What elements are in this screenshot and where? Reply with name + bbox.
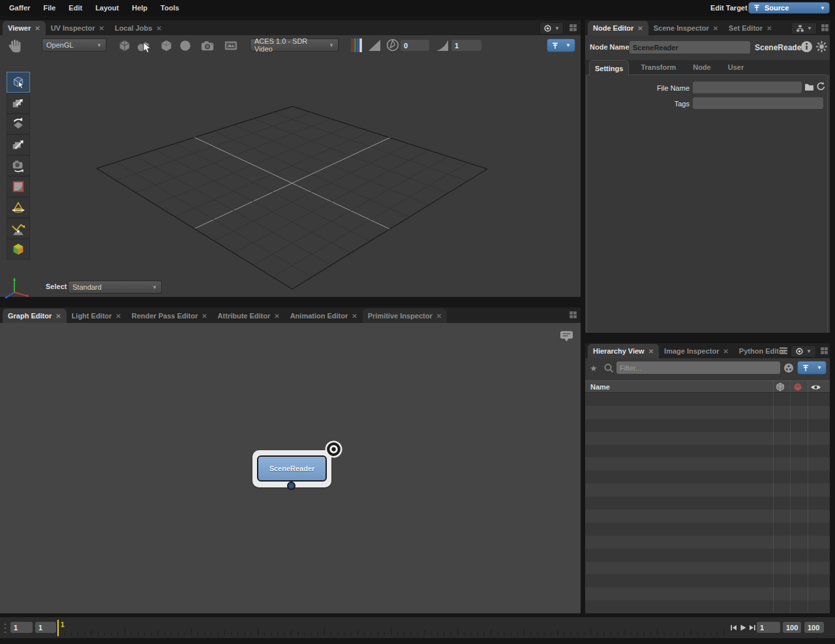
viewer-pin-target-dropdown[interactable]: ▼ xyxy=(539,22,564,35)
go-to-start-icon[interactable] xyxy=(730,624,738,632)
translate-tool-button[interactable] xyxy=(7,93,30,114)
info-icon[interactable] xyxy=(800,40,813,53)
tab-scene-inspector[interactable]: Scene Inspector✕ xyxy=(648,21,723,35)
node-editor-mode-dropdown[interactable]: ▼ xyxy=(791,22,817,35)
light-position-tool-button[interactable] xyxy=(7,218,30,239)
hierarchy-target-dropdown[interactable]: ▼ xyxy=(791,345,816,358)
menu-hamburger-icon[interactable] xyxy=(779,346,788,355)
tab-light-editor[interactable]: Light Editor✕ xyxy=(67,309,127,323)
hierarchy-focus-dropdown[interactable]: ▼ xyxy=(797,361,827,375)
tab-image-inspector[interactable]: Image Inspector✕ xyxy=(659,344,734,358)
menu-edit[interactable]: Edit xyxy=(62,4,89,12)
folder-icon[interactable] xyxy=(804,83,814,91)
gear-icon[interactable] xyxy=(815,40,828,53)
tab-set-editor[interactable]: Set Editor✕ xyxy=(723,21,777,35)
name-column-header[interactable]: Name xyxy=(590,383,610,391)
subtab-settings[interactable]: Settings xyxy=(589,60,629,76)
close-icon[interactable]: ✕ xyxy=(115,313,121,320)
close-icon[interactable]: ✕ xyxy=(202,313,207,320)
select-dropdown[interactable]: Standard ▼ xyxy=(68,281,162,294)
range-end-field[interactable]: 100 xyxy=(804,622,824,633)
camera-icon[interactable] xyxy=(199,37,216,54)
select-tool-button[interactable] xyxy=(7,72,30,93)
tab-viewer[interactable]: Viewer✕ xyxy=(3,21,46,35)
close-icon[interactable]: ✕ xyxy=(274,313,279,320)
layout-grid-icon[interactable] xyxy=(568,23,578,33)
tab-hierarchy-view[interactable]: Hierarchy View✕ xyxy=(588,344,659,358)
tab-primitive-inspector[interactable]: Primitive Inspector✕ xyxy=(363,309,447,323)
sphere-icon[interactable] xyxy=(177,37,194,54)
rotate-tool-button[interactable] xyxy=(7,114,30,134)
exposure-triangle-icon[interactable] xyxy=(368,39,381,52)
viewer-focus-dropdown[interactable]: ▼ xyxy=(547,38,575,52)
visualiser-tool-button[interactable] xyxy=(7,239,30,260)
display-transform-dropdown[interactable]: ACES 1.0 - SDR Video ▼ xyxy=(250,38,339,52)
aperture-icon[interactable] xyxy=(386,38,399,52)
layout-grid-icon[interactable] xyxy=(820,23,830,33)
tab-render-pass-editor[interactable]: Render Pass Editor✕ xyxy=(127,309,213,323)
subtab-user[interactable]: User xyxy=(723,60,749,74)
viewport[interactable] xyxy=(0,55,581,297)
include-cube-icon[interactable] xyxy=(776,382,785,391)
close-icon[interactable]: ✕ xyxy=(156,25,161,32)
close-icon[interactable]: ✕ xyxy=(637,25,643,32)
wireframe-cube-icon[interactable] xyxy=(116,37,133,54)
close-icon[interactable]: ✕ xyxy=(35,25,40,32)
tab-node-editor[interactable]: Node Editor✕ xyxy=(588,21,648,35)
menu-help[interactable]: Help xyxy=(125,4,154,12)
tab-local-jobs[interactable]: Local Jobs✕ xyxy=(110,21,167,35)
solid-cube-icon[interactable] xyxy=(158,37,175,54)
sets-filter-icon[interactable] xyxy=(783,363,794,373)
node-name-field[interactable] xyxy=(630,41,750,54)
gamma-triangle-icon[interactable] xyxy=(436,39,449,52)
subtab-transform[interactable]: Transform xyxy=(635,60,681,74)
visibility-eye-icon[interactable] xyxy=(810,384,821,391)
tab-animation-editor[interactable]: Animation Editor✕ xyxy=(285,309,363,323)
close-icon[interactable]: ✕ xyxy=(55,313,61,320)
star-icon[interactable]: ★ xyxy=(590,363,598,373)
playback-end-field[interactable]: 100 xyxy=(783,622,801,633)
channels-rgb-icon[interactable] xyxy=(350,38,363,53)
pan-hand-icon[interactable] xyxy=(7,37,24,54)
graph-canvas[interactable]: SceneReader xyxy=(0,323,581,613)
exposure-field[interactable]: 0 xyxy=(401,40,429,51)
subtab-node[interactable]: Node xyxy=(688,60,716,74)
frame-ruler[interactable] xyxy=(0,617,731,639)
play-icon[interactable] xyxy=(739,624,747,632)
exclude-cube-icon[interactable] xyxy=(793,382,802,391)
camera-tool-button[interactable] xyxy=(7,155,30,176)
tab-uv-inspector[interactable]: UV Inspector✕ xyxy=(46,21,110,35)
close-icon[interactable]: ✕ xyxy=(436,313,442,320)
light-tool-button[interactable] xyxy=(7,197,30,218)
menu-tools[interactable]: Tools xyxy=(154,4,186,12)
crop-window-tool-button[interactable] xyxy=(7,176,30,197)
layout-grid-icon[interactable] xyxy=(568,310,578,320)
go-to-end-icon[interactable] xyxy=(748,624,756,632)
menu-layout[interactable]: Layout xyxy=(89,4,125,12)
close-icon[interactable]: ✕ xyxy=(648,348,654,355)
hierarchy-rows[interactable] xyxy=(585,393,830,613)
menu-gaffer[interactable]: Gaffer xyxy=(3,4,37,12)
gamma-field[interactable]: 1 xyxy=(451,40,481,51)
menu-file[interactable]: File xyxy=(37,4,62,12)
refresh-icon[interactable] xyxy=(816,82,826,91)
close-icon[interactable]: ✕ xyxy=(767,25,772,32)
filter-input[interactable] xyxy=(616,361,780,374)
render-image-icon[interactable] xyxy=(222,37,239,54)
tab-attribute-editor[interactable]: Attribute Editor✕ xyxy=(213,309,285,323)
node-output-port[interactable] xyxy=(287,482,296,490)
scene-reader-node[interactable]: SceneReader xyxy=(252,450,331,487)
annotation-bubble-icon[interactable] xyxy=(559,330,574,343)
close-icon[interactable]: ✕ xyxy=(723,348,728,355)
current-frame-field[interactable]: 1 xyxy=(757,622,780,633)
edit-target-dropdown[interactable]: Source ▼ xyxy=(748,2,830,14)
close-icon[interactable]: ✕ xyxy=(713,25,718,32)
layout-grid-icon[interactable] xyxy=(819,346,829,356)
renderer-dropdown[interactable]: OpenGL ▼ xyxy=(42,38,106,52)
scale-tool-button[interactable] xyxy=(7,134,30,155)
tab-graph-editor[interactable]: Graph Editor✕ xyxy=(3,309,67,323)
close-icon[interactable]: ✕ xyxy=(99,25,104,32)
node-edit-ring[interactable] xyxy=(325,440,342,458)
close-icon[interactable]: ✕ xyxy=(352,313,357,320)
playhead[interactable] xyxy=(57,620,59,636)
